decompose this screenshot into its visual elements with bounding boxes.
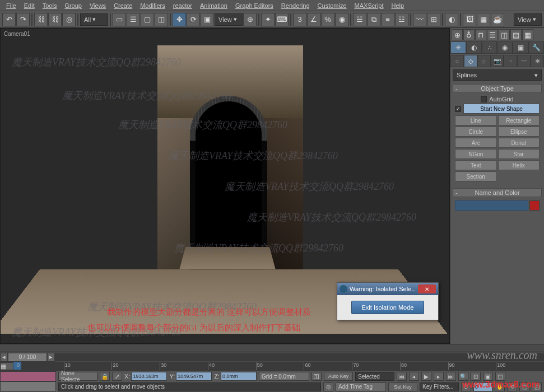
viewport-nav-icon[interactable]: ⊓ <box>475 29 486 40</box>
menu-edit[interactable]: Edit <box>20 1 39 10</box>
menu-file[interactable]: File <box>2 1 20 10</box>
autokey-button[interactable]: Auto Key <box>324 372 353 381</box>
name-color-rollout[interactable]: -Name and Color <box>453 188 542 197</box>
x-coord-input[interactable]: 1930.163m <box>131 372 167 381</box>
listener-swatch[interactable] <box>0 381 56 391</box>
y-coord-input[interactable]: 1049.547m <box>176 372 212 381</box>
helpers-subtab[interactable]: ▫ <box>504 55 517 67</box>
key-icon[interactable]: ⚿ <box>311 372 322 381</box>
comm-icon[interactable]: ◎ <box>323 382 333 391</box>
arc-button[interactable]: Arc <box>455 138 497 148</box>
donut-button[interactable]: Donut <box>498 138 540 148</box>
scale-button[interactable]: ▣ <box>201 13 214 26</box>
menu-customize[interactable]: Customize <box>314 1 351 10</box>
link-button[interactable]: ⛓ <box>34 13 48 26</box>
star-button[interactable]: Star <box>498 149 540 159</box>
menu-grapheditors[interactable]: Graph Editors <box>231 1 277 10</box>
angle-snap-button[interactable]: ∠ <box>307 13 320 26</box>
object-color-swatch[interactable] <box>529 200 540 211</box>
move-button[interactable]: ✥ <box>173 13 186 26</box>
viewport-nav-icon[interactable]: ▤ <box>510 29 522 40</box>
goto-start-button[interactable]: ⏮ <box>397 372 407 381</box>
menu-rendering[interactable]: Rendering <box>277 1 314 10</box>
key-filter-selected[interactable]: Selected <box>355 372 394 381</box>
modify-tab[interactable]: ◐ <box>466 41 482 54</box>
key-filters-button[interactable]: Key Filters... <box>420 382 459 391</box>
category-dropdown[interactable]: Splines▾ <box>453 69 542 81</box>
curve-editor-button[interactable]: 〰 <box>413 13 426 26</box>
menu-views[interactable]: Views <box>86 1 110 10</box>
dialog-titlebar[interactable]: Warning: Isolated Sele.. ✕ <box>337 283 438 295</box>
ngon-button[interactable]: NGon <box>455 149 497 159</box>
mirror-button[interactable]: ⧉ <box>367 13 380 26</box>
viewport-nav-icon[interactable]: ☰ <box>487 29 498 40</box>
render-setup-button[interactable]: 🖼 <box>463 13 476 26</box>
viewport-nav-icon[interactable]: ♁ <box>463 29 475 40</box>
window-crossing-button[interactable]: ◫ <box>155 13 168 26</box>
exit-isolation-button[interactable]: Exit Isolation Mode <box>351 301 425 314</box>
viewport[interactable]: Camera01 魔天制造VRAY技术交流QQ群29842760 魔天制造VRA… <box>0 28 450 344</box>
create-tab[interactable]: ✳ <box>450 41 466 54</box>
named-sel-button[interactable]: ☱ <box>353 13 366 26</box>
add-time-tag[interactable]: Add Time Tag <box>336 382 386 391</box>
quick-render-button[interactable]: ☕ <box>491 13 504 26</box>
ref-coord-system[interactable]: View ▾ <box>215 13 243 26</box>
rectangle-button[interactable]: Rectangle <box>498 115 540 125</box>
autogrid-checkbox[interactable] <box>481 96 487 102</box>
snap-button[interactable]: 3 <box>293 13 306 26</box>
object-type-rollout[interactable]: -Object Type <box>453 84 542 93</box>
object-name-input[interactable] <box>455 200 528 211</box>
track-bar[interactable]: ▦ 0 10 20 30 40 50 60 70 80 90 100 <box>0 362 544 371</box>
layers-button[interactable]: ☳ <box>395 13 408 26</box>
start-new-shape-button[interactable]: Start New Shape <box>463 104 540 114</box>
geometry-subtab[interactable]: ○ <box>450 55 464 67</box>
bind-button[interactable]: ◎ <box>62 13 76 26</box>
utilities-tab[interactable]: 🔧 <box>528 41 544 54</box>
align-button[interactable]: ≡ <box>381 13 394 26</box>
setkey-button[interactable]: Set Key <box>388 382 417 391</box>
material-editor-button[interactable]: ◐ <box>445 13 458 26</box>
menu-animation[interactable]: Animation <box>196 1 231 10</box>
viewport-nav-icon[interactable]: ◫ <box>499 29 510 40</box>
menu-reactor[interactable]: reactor <box>169 1 196 10</box>
unlink-button[interactable]: ⛓ <box>48 13 62 26</box>
next-key-button[interactable]: ▸ <box>434 372 444 381</box>
play-button[interactable]: ▶ <box>421 372 431 381</box>
line-button[interactable]: Line <box>455 115 497 125</box>
next-frame-button[interactable]: ▸ <box>47 353 55 362</box>
lock-icon[interactable]: 🔒 <box>100 372 110 381</box>
menu-tools[interactable]: Tools <box>39 1 61 10</box>
undo-button[interactable]: ↶ <box>2 13 16 26</box>
viewport-nav-icon[interactable]: ▦ <box>522 29 533 40</box>
redo-button[interactable]: ↷ <box>16 13 30 26</box>
z-coord-input[interactable]: 0.0mm <box>221 372 257 381</box>
ellipse-button[interactable]: Ellipse <box>498 127 540 137</box>
selection-filter[interactable]: All ▾ <box>80 13 108 26</box>
percent-snap-button[interactable]: % <box>321 13 334 26</box>
view-dropdown[interactable]: View ▾ <box>514 13 542 26</box>
pivot-button[interactable]: ⊕ <box>243 13 257 26</box>
cameras-subtab[interactable]: 📷 <box>491 55 504 67</box>
manipulate-button[interactable]: ✦ <box>261 13 275 26</box>
menu-help[interactable]: Help <box>388 1 408 10</box>
shapes-subtab[interactable]: ◇ <box>464 55 477 67</box>
absolute-mode-icon[interactable]: ⤢ <box>112 372 122 381</box>
helix-button[interactable]: Helix <box>498 160 540 170</box>
goto-end-button[interactable]: ⏭ <box>446 372 456 381</box>
close-icon[interactable]: ✕ <box>418 284 436 293</box>
rotate-button[interactable]: ⟳ <box>187 13 200 26</box>
display-tab[interactable]: ▣ <box>513 41 528 54</box>
open-trackview-button[interactable]: ▦ <box>0 362 13 370</box>
hierarchy-tab[interactable]: ⛬ <box>482 41 497 54</box>
select-button[interactable]: ▭ <box>113 13 126 26</box>
select-region-button[interactable]: ▢ <box>141 13 154 26</box>
render-frame-button[interactable]: ▦ <box>477 13 490 26</box>
circle-button[interactable]: Circle <box>455 127 497 137</box>
systems-subtab[interactable]: ✱ <box>531 55 544 67</box>
schematic-button[interactable]: ⊞ <box>427 13 440 26</box>
section-button[interactable]: Section <box>455 171 497 181</box>
lights-subtab[interactable]: ☼ <box>477 55 491 67</box>
maxscript-swatch[interactable] <box>0 371 56 381</box>
menu-create[interactable]: Create <box>110 1 136 10</box>
motion-tab[interactable]: ◉ <box>497 41 513 54</box>
